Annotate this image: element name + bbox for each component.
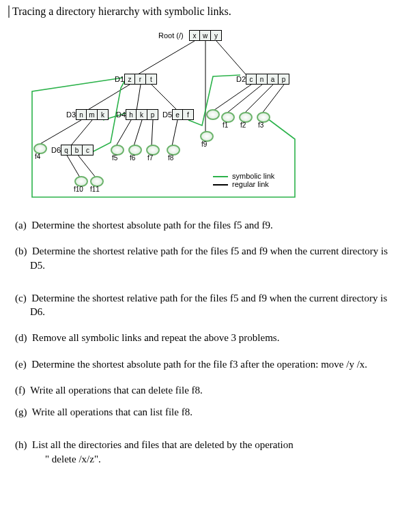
label-f6: f6 bbox=[130, 154, 135, 162]
svg-line-15 bbox=[172, 120, 177, 146]
label-f4: f4 bbox=[35, 153, 40, 160]
legend-symbolic-text: symbolic link bbox=[232, 172, 274, 180]
question-a-mark: (a) bbox=[15, 220, 27, 231]
label-f7: f7 bbox=[147, 154, 153, 162]
question-b-text: Determine the shortest relative path for… bbox=[30, 246, 388, 270]
d6-cell-c: c bbox=[83, 145, 94, 156]
d3-label: D3 bbox=[66, 110, 76, 119]
d1-label: D1 bbox=[115, 75, 124, 83]
question-list: (a) Determine the shortest absolute path… bbox=[8, 218, 392, 466]
svg-line-4 bbox=[137, 85, 141, 110]
root-cell-w: w bbox=[200, 30, 211, 41]
question-d-mark: (d) bbox=[15, 332, 27, 343]
root-label: Root (/) bbox=[158, 31, 184, 40]
tree-diagram: Root (/) x w y D1 z r t D2 c n a p D3 n … bbox=[8, 23, 390, 207]
d1-cell-t: t bbox=[146, 74, 157, 85]
question-h: (h) List all the directories and files t… bbox=[15, 438, 392, 466]
d5-cell-f: f bbox=[183, 109, 194, 120]
d5-label: D5 bbox=[162, 110, 172, 119]
label-f10: f10 bbox=[74, 186, 83, 193]
d2-cell-p: p bbox=[278, 74, 289, 85]
question-d: (d) Remove all symbolic links and repeat… bbox=[15, 331, 392, 344]
svg-line-3 bbox=[87, 85, 130, 110]
question-c: (c) Determine the shortest relative path… bbox=[15, 291, 392, 319]
root-cell-x: x bbox=[189, 30, 200, 41]
legend-regular-line bbox=[213, 184, 228, 186]
svg-line-13 bbox=[134, 120, 142, 146]
question-h-mark: (h) bbox=[15, 439, 27, 450]
d3-cell-n: n bbox=[76, 109, 87, 120]
d4-cell-k: k bbox=[137, 109, 147, 120]
d4-cell-h: h bbox=[126, 109, 137, 120]
label-f5: f5 bbox=[112, 154, 117, 162]
d2-cell-n: n bbox=[257, 74, 268, 85]
svg-line-0 bbox=[138, 41, 195, 74]
svg-line-5 bbox=[152, 85, 177, 110]
question-g-mark: (g) bbox=[15, 407, 27, 417]
question-h-sub: " delete /x/z". bbox=[30, 452, 392, 466]
d2-cell-a: a bbox=[268, 74, 278, 85]
question-f: (f) Write all operations that can delete… bbox=[15, 383, 392, 397]
d1-cells: z r t bbox=[124, 74, 157, 85]
svg-line-14 bbox=[152, 120, 153, 146]
svg-line-2 bbox=[216, 41, 246, 74]
label-f1: f1 bbox=[223, 121, 228, 129]
root-cells: x w y bbox=[189, 30, 222, 41]
question-e: (e) Determine the shortest absolute path… bbox=[15, 357, 392, 371]
root-cell-y: y bbox=[211, 30, 222, 41]
d5-cells: e f bbox=[172, 109, 194, 120]
d4-cells: h k p bbox=[126, 109, 158, 120]
d5-cell-e: e bbox=[172, 109, 183, 120]
d2-cell-c: c bbox=[246, 74, 257, 85]
question-h-text: List all the directories and files that … bbox=[32, 439, 294, 450]
file-node-c-target bbox=[206, 109, 220, 120]
d3-cell-k: k bbox=[98, 109, 109, 120]
legend: symbolic link regular link bbox=[213, 172, 274, 188]
d4-cell-p: p bbox=[147, 109, 158, 120]
question-g: (g) Write all operations that can list f… bbox=[15, 405, 392, 419]
d3-cell-m: m bbox=[87, 109, 98, 120]
legend-regular-text: regular link bbox=[232, 180, 269, 188]
d6-cell-q: q bbox=[61, 145, 72, 156]
label-f3: f3 bbox=[258, 121, 263, 129]
question-f-text: Write all operations that can delete fil… bbox=[30, 385, 203, 396]
d2-cells: c n a p bbox=[246, 74, 289, 85]
question-b: (b) Determine the shortest relative path… bbox=[15, 244, 392, 272]
label-f2: f2 bbox=[240, 121, 246, 129]
page-title: Tracing a directory hierarchy with symbo… bbox=[8, 5, 392, 18]
d6-cell-b: b bbox=[72, 145, 83, 156]
d1-cell-z: z bbox=[124, 74, 135, 85]
question-e-text: Determine the shortest absolute path for… bbox=[31, 359, 367, 370]
d6-label: D6 bbox=[51, 146, 61, 154]
question-e-mark: (e) bbox=[15, 359, 27, 370]
question-c-text: Determine the shortest relative path for… bbox=[30, 293, 387, 317]
svg-line-16 bbox=[66, 154, 80, 177]
label-f9: f9 bbox=[201, 141, 207, 148]
d3-cells: n m k bbox=[76, 109, 109, 120]
question-a-text: Determine the shortest absolute path for… bbox=[31, 220, 273, 231]
question-d-text: Remove all symbolic links and repeat the… bbox=[32, 332, 279, 343]
legend-symbolic-line bbox=[213, 176, 228, 177]
svg-line-12 bbox=[116, 120, 131, 146]
d2-label: D2 bbox=[236, 75, 246, 83]
d4-label: D4 bbox=[116, 110, 126, 119]
label-f11: f11 bbox=[90, 186, 100, 193]
svg-line-17 bbox=[77, 154, 96, 177]
question-a: (a) Determine the shortest absolute path… bbox=[15, 218, 392, 232]
tree-edges bbox=[8, 23, 390, 207]
d1-cell-r: r bbox=[135, 74, 146, 85]
svg-line-9 bbox=[262, 85, 284, 113]
question-b-mark: (b) bbox=[15, 246, 27, 256]
question-c-mark: (c) bbox=[15, 293, 27, 304]
d6-cells: q b c bbox=[61, 145, 94, 156]
question-g-text: Write all operations that can list file … bbox=[32, 407, 192, 417]
question-f-mark: (f) bbox=[15, 385, 25, 396]
label-f8: f8 bbox=[168, 154, 173, 162]
svg-line-8 bbox=[244, 85, 273, 113]
